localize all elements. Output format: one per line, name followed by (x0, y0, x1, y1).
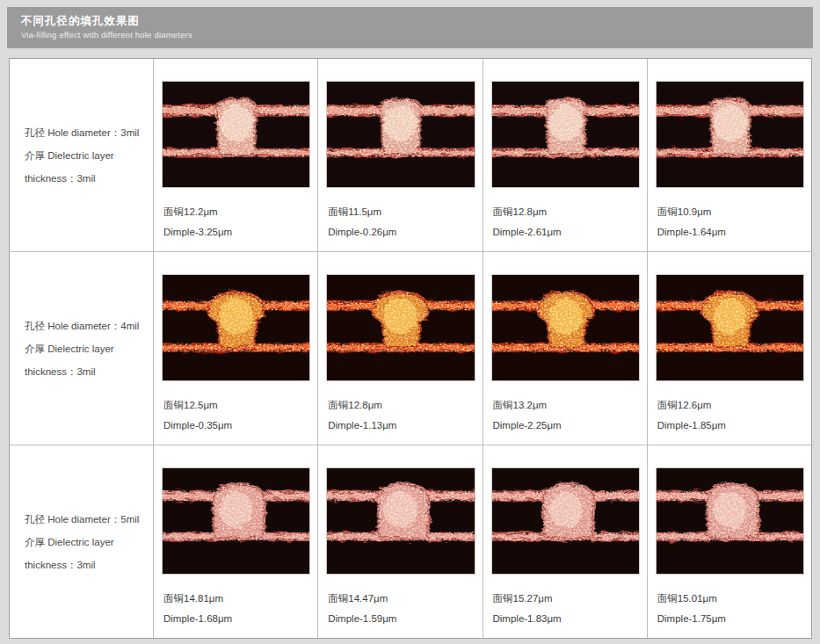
via-metrics: 面铜11.5μm Dimple-0.26μm (326, 202, 475, 242)
dimple-value: Dimple-1.83μm (493, 609, 640, 629)
row-label-cell: 孔径 Hole diameter：5mil介厚 Dielectric layer… (10, 445, 153, 638)
dimple-value: Dimple-2.25μm (493, 416, 640, 436)
dimple-value: Dimple-1.64μm (657, 222, 804, 242)
page: 不同孔径的填孔效果图 Via-filling effect with diffe… (0, 0, 820, 639)
via-micrograph-image (491, 467, 640, 575)
via-sample-cell: 面铜14.81μm Dimple-1.68μm (153, 445, 317, 638)
via-micrograph-image (162, 274, 310, 381)
via-micrograph-image (656, 467, 804, 575)
surface-copper-value: 面铜10.9μm (657, 202, 804, 222)
via-micrograph-svg (163, 468, 309, 574)
via-sample-cell: 面铜12.8μm Dimple-2.61μm (483, 59, 647, 251)
via-metrics: 面铜13.2μm Dimple-2.25μm (491, 395, 640, 436)
row-label-line: 介厚 Dielectric layer (25, 531, 148, 554)
via-metrics: 面铜12.6μm Dimple-1.85μm (656, 395, 804, 436)
surface-copper-value: 面铜14.47μm (328, 589, 475, 609)
row-label-line: thickness：3mil (25, 360, 148, 383)
via-micrograph-svg (492, 82, 639, 187)
via-micrograph-image (491, 274, 640, 381)
via-metrics: 面铜10.9μm Dimple-1.64μm (656, 202, 804, 242)
surface-copper-value: 面铜12.6μm (657, 395, 804, 416)
table-row: 孔径 Hole diameter：5mil介厚 Dielectric layer… (10, 445, 811, 638)
dimple-value: Dimple-1.13μm (328, 416, 475, 436)
via-micrograph-image (491, 81, 640, 188)
via-metrics: 面铜15.01μm Dimple-1.75μm (656, 589, 804, 629)
via-sample-cell: 面铜11.5μm Dimple-0.26μm (317, 59, 482, 251)
dimple-value: Dimple-0.26μm (328, 222, 475, 242)
via-micrograph-svg (163, 82, 309, 187)
via-sample-cell: 面铜12.2μm Dimple-3.25μm (153, 59, 317, 251)
dimple-value: Dimple-1.59μm (328, 609, 475, 629)
via-micrograph-image (326, 274, 475, 381)
row-label-cell: 孔径 Hole diameter：4mil介厚 Dielectric layer… (10, 252, 153, 445)
table-row: 孔径 Hole diameter：3mil介厚 Dielectric layer… (10, 59, 811, 251)
header: 不同孔径的填孔效果图 Via-filling effect with diffe… (7, 7, 813, 48)
via-metrics: 面铜12.2μm Dimple-3.25μm (162, 202, 310, 242)
via-micrograph-image (326, 467, 475, 575)
via-micrograph-svg (327, 275, 474, 380)
via-metrics: 面铜15.27μm Dimple-1.83μm (491, 589, 640, 629)
surface-copper-value: 面铜12.2μm (163, 202, 310, 222)
via-sample-cell: 面铜13.2μm Dimple-2.25μm (483, 252, 647, 445)
via-micrograph-image (656, 274, 804, 381)
via-sample-cell: 面铜12.5μm Dimple-0.35μm (153, 252, 317, 445)
via-sample-cell: 面铜15.27μm Dimple-1.83μm (483, 445, 647, 638)
header-subtitle-en: Via-filling effect with different hole d… (21, 30, 813, 40)
dimple-value: Dimple-3.25μm (163, 222, 310, 242)
row-label-line: 孔径 Hole diameter：5mil (25, 508, 148, 531)
row-label-line: thickness：3mil (25, 167, 148, 190)
surface-copper-value: 面铜14.81μm (163, 589, 310, 609)
dimple-value: Dimple-0.35μm (163, 416, 310, 436)
via-sample-cell: 面铜14.47μm Dimple-1.59μm (317, 445, 482, 638)
via-micrograph-svg (327, 468, 474, 574)
row-label-line: 孔径 Hole diameter：3mil (25, 121, 148, 144)
row-label-line: 介厚 Dielectric layer (25, 144, 148, 167)
row-label-cell: 孔径 Hole diameter：3mil介厚 Dielectric layer… (10, 59, 153, 251)
row-label-line: 介厚 Dielectric layer (25, 337, 148, 360)
via-micrograph-svg (657, 82, 803, 187)
dimple-value: Dimple-1.68μm (163, 609, 310, 629)
via-metrics: 面铜14.81μm Dimple-1.68μm (162, 589, 310, 629)
dimple-value: Dimple-1.75μm (657, 609, 804, 629)
via-micrograph-svg (492, 275, 639, 380)
surface-copper-value: 面铜12.5μm (163, 395, 310, 416)
via-sample-cell: 面铜12.6μm Dimple-1.85μm (647, 252, 811, 445)
via-metrics: 面铜12.8μm Dimple-1.13μm (326, 395, 475, 436)
via-metrics: 面铜14.47μm Dimple-1.59μm (326, 589, 475, 629)
via-micrograph-svg (163, 275, 309, 380)
via-micrograph-image (656, 81, 804, 188)
via-micrograph-image (326, 81, 475, 188)
surface-copper-value: 面铜12.8μm (328, 395, 475, 416)
row-label-line: 孔径 Hole diameter：4mil (25, 315, 148, 337)
header-title-zh: 不同孔径的填孔效果图 (21, 14, 813, 28)
via-micrograph-svg (327, 82, 474, 187)
surface-copper-value: 面铜15.01μm (657, 589, 804, 609)
via-micrograph-svg (657, 275, 803, 380)
row-label-line: thickness：3mil (25, 554, 148, 576)
surface-copper-value: 面铜12.8μm (493, 202, 640, 222)
via-sample-cell: 面铜15.01μm Dimple-1.75μm (647, 445, 811, 638)
via-sample-cell: 面铜12.8μm Dimple-1.13μm (317, 252, 482, 445)
via-filling-table: 孔径 Hole diameter：3mil介厚 Dielectric layer… (9, 58, 812, 639)
via-metrics: 面铜12.8μm Dimple-2.61μm (491, 202, 640, 242)
surface-copper-value: 面铜15.27μm (493, 589, 640, 609)
via-micrograph-image (162, 81, 310, 188)
via-micrograph-svg (657, 468, 803, 574)
table-row: 孔径 Hole diameter：4mil介厚 Dielectric layer… (10, 251, 811, 445)
dimple-value: Dimple-1.85μm (657, 416, 804, 436)
via-micrograph-image (162, 467, 310, 575)
via-micrograph-svg (492, 468, 639, 574)
via-metrics: 面铜12.5μm Dimple-0.35μm (162, 395, 310, 436)
via-sample-cell: 面铜10.9μm Dimple-1.64μm (647, 59, 811, 251)
surface-copper-value: 面铜13.2μm (493, 395, 640, 416)
dimple-value: Dimple-2.61μm (493, 222, 640, 242)
surface-copper-value: 面铜11.5μm (328, 202, 475, 222)
